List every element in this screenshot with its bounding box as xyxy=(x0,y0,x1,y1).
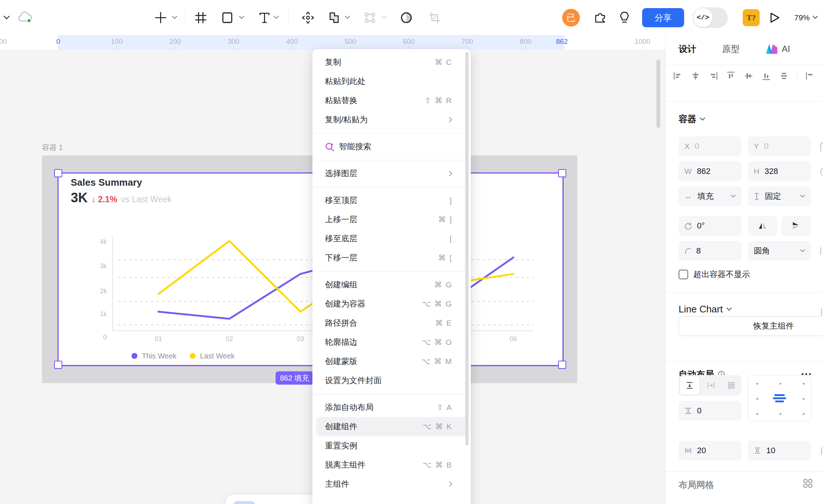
vertical-resizing-select[interactable]: 固定 xyxy=(748,186,811,206)
clip-content-checkbox[interactable] xyxy=(679,270,688,279)
text-tool[interactable] xyxy=(257,0,272,35)
selection-handle-top-right[interactable] xyxy=(558,169,566,177)
alignment-pad-dot[interactable] xyxy=(756,398,758,400)
tab-prototype[interactable]: 原型 xyxy=(722,43,740,55)
align-v-center-icon[interactable] xyxy=(744,71,753,81)
width-field[interactable]: W 862 xyxy=(679,161,742,181)
zoom-control[interactable]: 79% xyxy=(794,0,818,35)
align-left-icon[interactable] xyxy=(673,71,683,81)
menu-item-label: 创建编组 xyxy=(325,279,357,290)
menu-item-创建蒙版[interactable]: 创建蒙版⌥ ⌘ M xyxy=(312,352,471,371)
menu-item-label: 创建组件 xyxy=(325,421,357,432)
menu-item-移至顶层[interactable]: 移至顶层] xyxy=(312,191,471,210)
gap-field[interactable]: 0 xyxy=(679,401,742,421)
menu-item-创建为容器[interactable]: 创建为容器⌥ ⌘ G xyxy=(312,294,471,314)
menu-item-添加自动布局[interactable]: 添加自动布局⇧ A xyxy=(312,398,471,417)
menu-item-粘贴替换[interactable]: 粘贴替换⇧ ⌘ R xyxy=(312,91,471,110)
menu-item-复制/粘贴为[interactable]: 复制/粘贴为 xyxy=(312,110,471,129)
cloud-sync-icon[interactable] xyxy=(15,0,34,35)
main-menu-chevron[interactable] xyxy=(1,0,12,35)
menu-item-主组件[interactable]: 主组件 xyxy=(312,475,471,494)
alignment-pad-dot[interactable] xyxy=(756,383,758,385)
more-align-icon[interactable] xyxy=(805,71,815,81)
menu-item-重置实例[interactable]: 重置实例 xyxy=(312,436,471,455)
layout-vertical-option[interactable] xyxy=(679,376,700,395)
alignment-pad-dot[interactable] xyxy=(803,413,805,415)
alignment-pad[interactable] xyxy=(748,375,812,421)
clip-content-row[interactable]: 超出容器不显示 xyxy=(679,269,750,280)
radius-mode-select[interactable]: 圆角 xyxy=(748,241,811,261)
alignment-pad-dot[interactable] xyxy=(803,383,805,385)
zoom-level: 79% xyxy=(794,13,810,22)
y-position-field[interactable]: Y 0 xyxy=(748,136,811,156)
share-button[interactable]: 分享 xyxy=(642,8,684,27)
alignment-pad-dot[interactable] xyxy=(756,413,758,415)
user-avatar[interactable]: 已 xyxy=(562,9,580,27)
menu-item-脱离主组件[interactable]: 脱离主组件⌥ ⌘ B xyxy=(312,455,471,475)
line-chart-card[interactable]: Sales Summary 3K ↓ 2.1% vs Last Week 4k3… xyxy=(58,173,562,365)
layout-wrap-option[interactable] xyxy=(721,375,742,396)
alignment-pad-dot[interactable] xyxy=(780,413,781,415)
selection-handle-bottom-right[interactable] xyxy=(558,361,566,369)
corner-radius-field[interactable]: 8 xyxy=(679,241,742,261)
horizontal-resizing-select[interactable]: ↔ 填充 xyxy=(679,186,742,206)
lightbulb-icon[interactable] xyxy=(616,0,633,35)
dev-mode-toggle[interactable]: </> xyxy=(693,7,728,28)
menu-item-智能搜索[interactable]: 智能搜索 xyxy=(312,137,471,156)
height-field[interactable]: H 328 xyxy=(748,161,811,181)
alignment-pad-dot[interactable] xyxy=(803,398,805,400)
menu-item-设置为文件封面[interactable]: 设置为文件封面 xyxy=(312,371,471,390)
menu-divider xyxy=(312,394,471,394)
text-tool-caret[interactable] xyxy=(272,0,281,35)
menu-item-创建组件[interactable]: 创建组件⌥ ⌘ K xyxy=(316,417,467,436)
align-right-icon[interactable] xyxy=(708,71,718,81)
present-play-button[interactable] xyxy=(767,0,782,35)
menu-item-复制[interactable]: 复制⌘ C xyxy=(312,53,471,72)
canvas-vertical-scrollbar[interactable] xyxy=(656,60,660,128)
clipped-icon-fragment xyxy=(820,143,823,151)
boolean-shape-tool[interactable] xyxy=(326,0,342,35)
layout-grid-styles-icon[interactable] xyxy=(803,478,813,489)
tab-design[interactable]: 设计 xyxy=(679,43,696,55)
align-h-center-icon[interactable] xyxy=(691,71,700,81)
layout-horizontal-option[interactable] xyxy=(701,375,721,396)
flip-vertical-button[interactable] xyxy=(781,216,811,236)
frame-label[interactable]: 容器 1 xyxy=(42,143,63,153)
menu-item-轮廓描边[interactable]: 轮廓描边⌥ ⌘ O xyxy=(312,333,471,352)
align-top-icon[interactable] xyxy=(726,71,736,81)
vertical-padding-field[interactable]: 10 xyxy=(748,441,811,461)
frame-tool[interactable] xyxy=(193,0,209,35)
shape-tool-caret[interactable] xyxy=(237,0,246,35)
menu-item-粘贴到此处[interactable]: 粘贴到此处 xyxy=(312,72,471,91)
menu-item-选择图层[interactable]: 选择图层 xyxy=(312,164,471,183)
plugins-icon[interactable] xyxy=(592,0,609,35)
move-tool[interactable] xyxy=(300,0,316,35)
menu-item-上移一层[interactable]: 上移一层⌘ ] xyxy=(312,210,471,229)
container-section-title[interactable]: 容器 xyxy=(679,113,705,125)
align-bottom-icon[interactable] xyxy=(761,71,771,81)
distribute-spacing-icon[interactable] xyxy=(779,71,789,81)
selection-handle-bottom-left[interactable] xyxy=(54,361,62,369)
restore-main-component-button[interactable]: 恢复主组件 xyxy=(679,316,823,336)
menu-item-下移一层[interactable]: 下移一层⌘ [ xyxy=(312,248,471,267)
component-section-title[interactable]: Line Chart xyxy=(679,304,732,315)
flip-horizontal-button[interactable] xyxy=(748,216,777,236)
svg-text:3k: 3k xyxy=(100,262,107,270)
horizontal-ruler[interactable]: -10001002003004005006007008008621000 xyxy=(0,35,665,50)
menu-item-移至底层[interactable]: 移至底层[ xyxy=(312,229,471,248)
help-badge[interactable]: T? xyxy=(743,9,760,26)
alignment-pad-dot[interactable] xyxy=(780,383,781,385)
insert-tool[interactable] xyxy=(153,0,168,35)
menu-item-创建编组[interactable]: 创建编组⌘ G xyxy=(312,275,471,294)
rotation-field[interactable]: 0° xyxy=(679,216,742,236)
insert-tool-caret[interactable] xyxy=(170,0,179,35)
menu-item-路径拼合[interactable]: 路径拼合⌘ E xyxy=(312,314,471,333)
tab-ai[interactable]: AI xyxy=(766,44,790,54)
selection-handle-top-left[interactable] xyxy=(54,169,62,177)
x-position-field[interactable]: X 0 xyxy=(679,136,742,156)
boolean-tool-caret[interactable] xyxy=(343,0,352,35)
context-menu-scrollbar[interactable] xyxy=(465,52,469,445)
horizontal-padding-field[interactable]: 20 xyxy=(679,441,742,461)
shape-tool[interactable] xyxy=(220,0,235,35)
mask-tool[interactable] xyxy=(399,0,414,35)
